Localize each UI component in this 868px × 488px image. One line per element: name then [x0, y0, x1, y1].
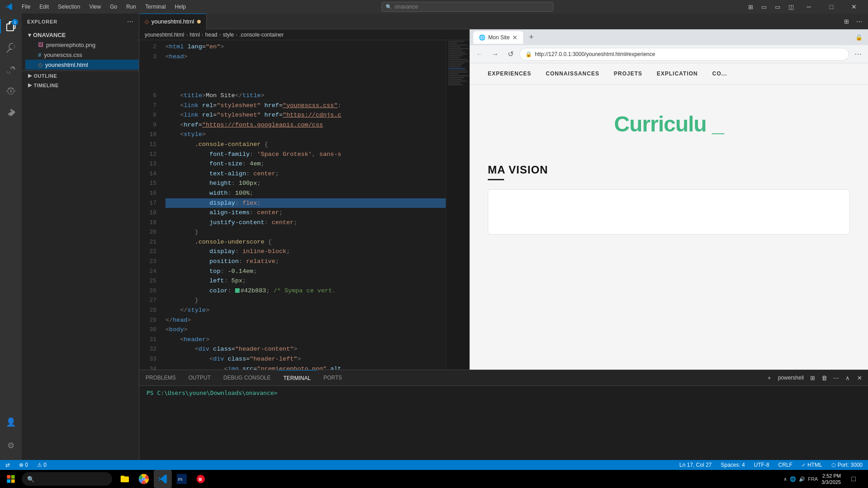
menu-help[interactable]: Help — [171, 3, 190, 11]
sidebar-more-icon[interactable]: ⋯ — [127, 18, 133, 25]
taskbar-notification[interactable]: □ — [844, 470, 863, 488]
layout-editor-icon[interactable]: ⊞ — [745, 1, 756, 12]
file-item-html[interactable]: ◇ youneshtml.html — [25, 60, 139, 70]
split-editor-button[interactable]: ⊞ — [841, 16, 852, 27]
tray-network-icon[interactable]: 🌐 — [790, 476, 796, 482]
site-nav: EXPERIENCES CONNAISSANCES PROJETS EXPLIC… — [470, 63, 868, 84]
menu-run[interactable]: Run — [123, 3, 140, 11]
menu-edit[interactable]: Edit — [36, 3, 52, 11]
taskbar-clock[interactable]: 2:52 PM 3/3/2025 — [821, 473, 841, 486]
layout-panel-icon[interactable]: ▭ — [759, 1, 769, 12]
browser-back-button[interactable]: ← — [473, 48, 486, 61]
site-hero-text: Curriculu _ — [614, 112, 723, 136]
breadcrumb-head[interactable]: head — [205, 32, 217, 38]
svg-rect-0 — [7, 475, 10, 479]
panel-tab-output[interactable]: OUTPUT — [182, 370, 217, 386]
panel-tab-ports[interactable]: PORTS — [317, 370, 348, 386]
browser-address-bar[interactable]: 🔒 http://127.0.0.1:3000/youneshtml.html#… — [519, 48, 849, 61]
activity-extensions[interactable] — [0, 102, 22, 124]
panel-maximize-icon[interactable]: ∧ — [843, 373, 853, 383]
layout-full-icon[interactable]: ◫ — [786, 1, 797, 12]
site-nav-connaissances[interactable]: CONNAISSANCES — [546, 70, 599, 77]
status-errors[interactable]: ⊗ 0 — [17, 462, 30, 468]
panel-tabs: PROBLEMS OUTPUT DEBUG CONSOLE TERMINAL P… — [139, 370, 868, 386]
tray-language[interactable]: FRA — [808, 476, 818, 482]
minimap — [446, 40, 469, 370]
browser-forward-button[interactable]: → — [489, 48, 501, 61]
layout-activity-icon[interactable]: ▭ — [772, 1, 783, 12]
panel-tab-problems[interactable]: PROBLEMS — [139, 370, 182, 386]
panel-tab-debug[interactable]: DEBUG CONSOLE — [217, 370, 277, 386]
timeline-header[interactable]: ▶ TIMELINE — [22, 80, 139, 90]
file-item-image[interactable]: 🖼 premierephoto.png — [25, 40, 139, 50]
tray-sound-icon[interactable]: 🔊 — [799, 476, 805, 482]
browser-new-tab[interactable]: + — [525, 31, 538, 44]
status-warnings[interactable]: ⚠ 0 — [35, 462, 48, 468]
new-terminal-icon[interactable]: + — [764, 373, 774, 383]
breadcrumb-selector[interactable]: .console-container — [239, 32, 283, 38]
folder-header[interactable]: ▾ ONAVANCE — [22, 30, 139, 40]
activity-settings[interactable]: ⚙ — [0, 435, 22, 456]
browser-tab-favicon: 🌐 — [479, 34, 486, 41]
menu-file[interactable]: File — [18, 3, 34, 11]
status-language[interactable]: ✓ HTML — [800, 462, 824, 468]
activity-run-debug[interactable] — [0, 80, 22, 102]
global-search[interactable]: 🔍 onavance — [382, 2, 553, 12]
activity-search[interactable] — [0, 37, 22, 59]
outline-header[interactable]: ▶ OUTLINE — [22, 71, 139, 80]
site-nav-experiences[interactable]: EXPERIENCES — [488, 70, 531, 77]
browser-tab-active[interactable]: 🌐 Mon Site ✕ — [473, 31, 523, 44]
taskbar-app-explorer[interactable] — [116, 470, 134, 488]
menu-terminal[interactable]: Terminal — [142, 3, 169, 11]
taskbar-app-devtools[interactable]: ⊞ — [192, 470, 210, 488]
browser-lock-icon[interactable]: 🔒 — [854, 32, 864, 43]
menu-go[interactable]: Go — [106, 3, 121, 11]
start-button[interactable] — [2, 470, 20, 488]
browser-refresh-button[interactable]: ↺ — [504, 48, 517, 61]
panel-close-icon[interactable]: ✕ — [854, 373, 864, 383]
activity-accounts[interactable]: 👤 — [0, 411, 22, 433]
status-line-ending[interactable]: CRLF — [777, 462, 794, 468]
status-port[interactable]: ⬡ Port: 3000 — [830, 462, 864, 468]
taskbar-app-chrome[interactable] — [135, 470, 153, 488]
folder-files: 🖼 premierephoto.png # younescss.css ◇ yo… — [22, 40, 139, 70]
activity-source-control[interactable] — [0, 59, 22, 80]
activity-explorer[interactable]: 1 — [0, 15, 22, 37]
folder-name: ONAVANCE — [33, 32, 66, 38]
taskbar: 🔍 — [0, 470, 868, 488]
terminal-content[interactable]: PS C:\Users\youne\Downloads\onavance> — [139, 386, 868, 460]
breadcrumb-style[interactable]: style — [223, 32, 234, 38]
status-position[interactable]: Ln 17, Col 27 — [678, 462, 713, 468]
browser-tab-close[interactable]: ✕ — [512, 34, 518, 41]
menu-selection[interactable]: Selection — [54, 3, 84, 11]
kill-terminal-icon[interactable]: 🗑 — [819, 373, 829, 383]
status-git-icon[interactable]: ⇄ — [4, 462, 12, 468]
site-nav-projets[interactable]: PROJETS — [614, 70, 642, 77]
menu-view[interactable]: View — [85, 3, 104, 11]
status-encoding[interactable]: UTF-8 — [752, 462, 771, 468]
split-terminal-icon[interactable]: ⊞ — [807, 373, 817, 383]
browser-extensions-icon[interactable]: ⋯ — [852, 48, 864, 61]
panel-more-icon[interactable]: ⋯ — [831, 373, 841, 383]
status-spaces[interactable]: Spaces: 4 — [719, 462, 746, 468]
taskbar-search[interactable]: 🔍 — [22, 472, 112, 486]
breadcrumb-file[interactable]: youneshtml.html — [145, 32, 184, 38]
timeline-chevron-icon: ▶ — [28, 82, 32, 88]
taskbar-app-powershell[interactable]: PS — [173, 470, 191, 488]
taskbar-right: ∧ 🌐 🔊 FRA 2:52 PM 3/3/2025 □ — [783, 470, 866, 488]
code-content[interactable]: <html lang="en"> <head> <title>Mon Site<… — [161, 40, 446, 370]
panel-tab-terminal[interactable]: TERMINAL — [277, 370, 317, 386]
editor-tab-html[interactable]: ◇ youneshtml.html — [139, 14, 207, 29]
maximize-button[interactable]: □ — [821, 0, 842, 14]
breadcrumb-html[interactable]: html — [189, 32, 200, 38]
tray-up-icon[interactable]: ∧ — [783, 476, 787, 482]
file-name-html: youneshtml.html — [45, 61, 88, 68]
file-item-css[interactable]: # younescss.css — [25, 50, 139, 60]
editor-settings-button[interactable]: ⋯ — [854, 16, 864, 27]
site-nav-explication[interactable]: EXPLICATION — [657, 70, 698, 77]
minimize-button[interactable]: ─ — [798, 0, 819, 14]
taskbar-app-vscode[interactable] — [154, 470, 172, 488]
search-icon: 🔍 — [386, 4, 392, 10]
site-nav-more[interactable]: CO... — [712, 70, 727, 77]
close-button[interactable]: ✕ — [844, 0, 864, 14]
